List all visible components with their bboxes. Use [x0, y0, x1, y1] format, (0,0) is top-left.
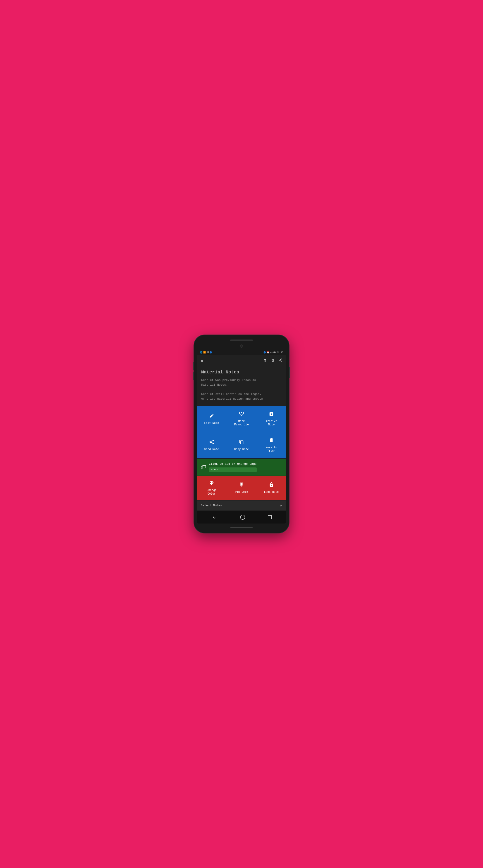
send-note-icon — [209, 439, 214, 446]
change-color-label: ChangeColor — [207, 489, 217, 496]
photo-icon: 🖼 — [207, 351, 209, 354]
note-body-line1: Scarlet was previously known as — [201, 378, 256, 382]
note-body-line2: Material Notes. — [201, 383, 228, 386]
alarm-icon: ⏰ — [267, 351, 269, 354]
svg-point-6 — [210, 441, 211, 442]
send-note-label: Send Note — [204, 448, 219, 452]
archive-note-button[interactable]: ArchiveNote — [256, 406, 286, 432]
power-button[interactable] — [289, 367, 290, 378]
mark-favourite-button[interactable]: MarkFavourite — [227, 406, 256, 432]
wifi-icon: 🌐 — [200, 351, 202, 354]
bottom-bar — [230, 527, 253, 528]
phone-screen: 🌐 📶 🖼 🔵 🔵 ⏰ ▲ 64% 12:16 ✕ 🗑 ⧉ — [197, 350, 286, 524]
svg-point-0 — [281, 359, 282, 360]
note-title: Material Notes — [201, 370, 282, 375]
tags-icon: 🏷 — [201, 464, 206, 470]
copy-button[interactable]: ⧉ — [272, 359, 274, 363]
bluetooth-icon: 🔵 — [263, 351, 266, 354]
pin-note-label: Pin Note — [235, 491, 248, 494]
copy-note-icon — [239, 439, 244, 446]
archive-note-label: ArchiveNote — [266, 420, 277, 427]
move-to-trash-icon — [269, 438, 274, 444]
close-button[interactable]: ✕ — [201, 358, 203, 363]
note-content-area: Material Notes Scarlet was previously kn… — [197, 366, 286, 406]
note-body-line5: of crisp material design and smooth — [201, 397, 263, 401]
svg-line-9 — [211, 441, 212, 442]
note-body-line4: Scarlet still continues the legacy — [201, 393, 261, 396]
select-notes-bar[interactable]: Select Notes ▶ — [197, 500, 286, 510]
back-button[interactable] — [211, 514, 218, 520]
lock-note-button[interactable]: Lock Note — [256, 476, 286, 500]
edit-note-label: Edit Note — [204, 422, 219, 425]
svg-line-8 — [211, 442, 212, 443]
speaker-grill — [230, 340, 253, 341]
browser-icon: 🔵 — [209, 351, 212, 354]
tags-content: Click to add or change tags About — [209, 462, 257, 472]
send-note-button[interactable]: Send Note — [197, 432, 227, 458]
select-notes-chevron: ▶ — [280, 504, 282, 507]
svg-line-3 — [280, 360, 281, 361]
archive-note-icon — [269, 411, 274, 418]
volume-down-button[interactable] — [193, 372, 194, 380]
recents-button[interactable] — [268, 515, 272, 519]
app-toolbar: ✕ 🗑 ⧉ — [197, 355, 286, 366]
change-color-button[interactable]: ChangeColor — [197, 476, 227, 500]
svg-point-2 — [281, 361, 282, 362]
lock-note-icon — [269, 482, 274, 489]
close-icon: ✕ — [201, 359, 203, 363]
battery-percent: 64% — [273, 351, 276, 353]
lock-note-label: Lock Note — [264, 491, 279, 494]
change-color-icon — [209, 480, 214, 487]
move-to-trash-button[interactable]: Move toTrash — [256, 432, 286, 458]
share-button[interactable] — [279, 358, 282, 363]
pin-note-icon — [239, 482, 244, 489]
svg-point-5 — [212, 440, 214, 441]
blue-action-panel: Edit Note MarkFavourite — [197, 406, 286, 458]
action-grid-top: Edit Note MarkFavourite — [197, 406, 286, 458]
copy-note-label: Copy Note — [234, 448, 249, 452]
copy-note-button[interactable]: Copy Note — [227, 432, 256, 458]
edit-note-button[interactable]: Edit Note — [197, 406, 227, 432]
edit-note-icon — [209, 413, 214, 420]
tags-text: Click to add or change tags — [209, 462, 257, 466]
pin-note-button[interactable]: Pin Note — [227, 476, 256, 500]
red-action-panel: ChangeColor Pin Note — [197, 476, 286, 500]
svg-point-1 — [279, 360, 280, 361]
network-icon: ▲ — [270, 351, 272, 353]
signal-icon: 📶 — [203, 351, 206, 354]
clock: 12:16 — [277, 351, 283, 353]
status-right-icons: 🔵 ⏰ ▲ 64% 12:16 — [263, 351, 283, 354]
select-notes-label: Select Notes — [201, 504, 222, 507]
mark-favourite-label: MarkFavourite — [234, 420, 249, 427]
status-left-icons: 🌐 📶 🖼 🔵 — [200, 351, 212, 354]
svg-point-7 — [212, 442, 214, 444]
mark-favourite-icon — [239, 411, 244, 418]
green-tags-panel[interactable]: 🏷 Click to add or change tags About — [197, 459, 286, 475]
note-body: Scarlet was previously known as Material… — [201, 378, 282, 401]
front-camera — [240, 344, 243, 348]
status-bar: 🌐 📶 🖼 🔵 🔵 ⏰ ▲ 64% 12:16 — [197, 350, 286, 355]
volume-up-button[interactable] — [193, 362, 194, 370]
phone-device: 🌐 📶 🖼 🔵 🔵 ⏰ ▲ 64% 12:16 ✕ 🗑 ⧉ — [194, 335, 289, 533]
navigation-bar — [197, 511, 286, 524]
move-to-trash-label: Move toTrash — [266, 446, 277, 453]
home-button[interactable] — [240, 515, 245, 520]
svg-line-4 — [280, 360, 281, 360]
about-badge[interactable]: About — [209, 467, 257, 472]
toolbar-right-actions: 🗑 ⧉ — [263, 358, 282, 363]
action-grid-red: ChangeColor Pin Note — [197, 476, 286, 500]
delete-button[interactable]: 🗑 — [263, 359, 267, 363]
